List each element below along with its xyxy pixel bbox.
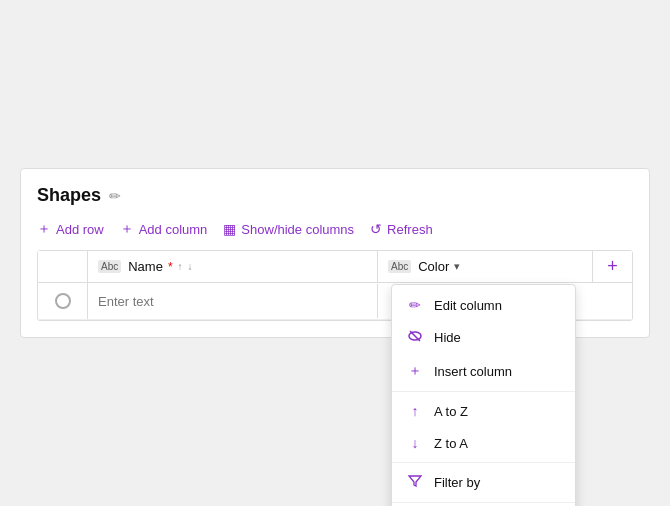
menu-ztoa-label: Z to A <box>434 436 468 451</box>
main-panel: Shapes ✏ ＋ Add row ＋ Add column ▦ Show/h… <box>20 168 650 338</box>
col-name-header[interactable]: Abc Name * ↑ ↓ <box>88 251 378 282</box>
add-col-label: + <box>607 256 618 277</box>
filter-icon <box>406 474 424 491</box>
abc-badge-color: Abc <box>388 260 411 273</box>
add-row-label: Add row <box>56 222 104 237</box>
hide-icon <box>406 329 424 346</box>
menu-divider-3 <box>392 502 575 503</box>
menu-divider-1 <box>392 391 575 392</box>
add-row-button[interactable]: ＋ Add row <box>37 220 104 238</box>
name-input[interactable] <box>98 294 367 309</box>
toolbar: ＋ Add row ＋ Add column ▦ Show/hide colum… <box>37 220 633 238</box>
context-menu: ✏ Edit column Hide ＋ Insert column ↑ A t… <box>391 284 576 506</box>
menu-z-to-a[interactable]: ↓ Z to A <box>392 427 575 459</box>
row-checkbox[interactable] <box>38 283 88 319</box>
col-color-header[interactable]: Abc Color ▾ <box>378 251 592 282</box>
menu-insert-column[interactable]: ＋ Insert column <box>392 354 575 388</box>
panel-header: Shapes ✏ <box>37 185 633 206</box>
refresh-icon: ↺ <box>370 221 382 237</box>
menu-filter-label: Filter by <box>434 475 480 490</box>
menu-divider-2 <box>392 462 575 463</box>
required-indicator: * <box>168 260 173 274</box>
menu-atoz-label: A to Z <box>434 404 468 419</box>
show-hide-label: Show/hide columns <box>241 222 354 237</box>
menu-edit-column[interactable]: ✏ Edit column <box>392 289 575 321</box>
columns-icon: ▦ <box>223 221 236 237</box>
grid-header: Abc Name * ↑ ↓ Abc Color ▾ + <box>38 251 632 283</box>
refresh-button[interactable]: ↺ Refresh <box>370 221 433 237</box>
sort-desc-icon[interactable]: ↓ <box>188 262 193 272</box>
menu-edit-label: Edit column <box>434 298 502 313</box>
panel-title: Shapes <box>37 185 101 206</box>
add-column-label: Add column <box>139 222 208 237</box>
refresh-label: Refresh <box>387 222 433 237</box>
z-to-a-icon: ↓ <box>406 435 424 451</box>
menu-hide[interactable]: Hide <box>392 321 575 354</box>
menu-filter-by[interactable]: Filter by <box>392 466 575 499</box>
edit-column-icon: ✏ <box>406 297 424 313</box>
plus-icon: ＋ <box>37 220 51 238</box>
menu-a-to-z[interactable]: ↑ A to Z <box>392 395 575 427</box>
sort-asc-icon[interactable]: ↑ <box>178 262 183 272</box>
col-color-label: Color <box>418 259 449 274</box>
edit-icon[interactable]: ✏ <box>109 188 121 204</box>
col-check-header <box>38 251 88 282</box>
checkbox-circle[interactable] <box>55 293 71 309</box>
add-column-button[interactable]: ＋ Add column <box>120 220 208 238</box>
plus-icon-2: ＋ <box>120 220 134 238</box>
col-name-label: Name <box>128 259 163 274</box>
show-hide-button[interactable]: ▦ Show/hide columns <box>223 221 354 237</box>
abc-badge-name: Abc <box>98 260 121 273</box>
insert-column-icon: ＋ <box>406 362 424 380</box>
chevron-down-icon[interactable]: ▾ <box>454 260 460 273</box>
a-to-z-icon: ↑ <box>406 403 424 419</box>
menu-hide-label: Hide <box>434 330 461 345</box>
row-name-cell[interactable] <box>88 284 378 318</box>
add-column-icon[interactable]: + <box>592 251 632 282</box>
menu-insert-label: Insert column <box>434 364 512 379</box>
